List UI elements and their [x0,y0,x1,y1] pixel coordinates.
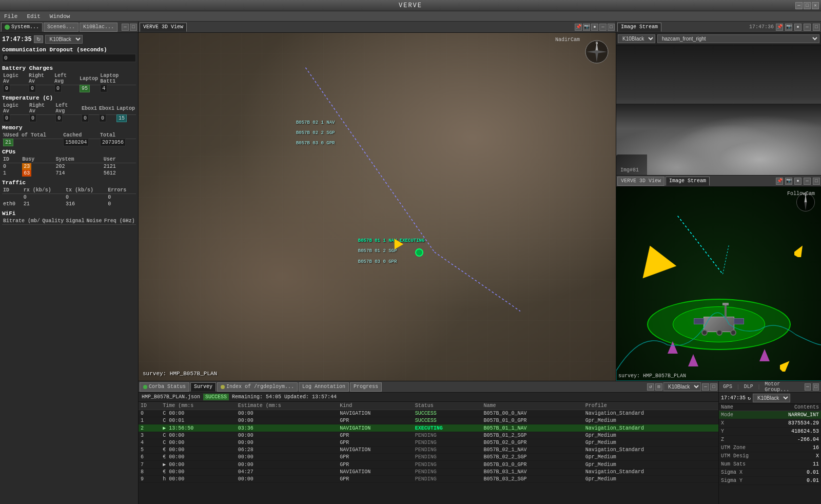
tab-motor[interactable]: Motor Group... [763,381,803,393]
mem-col-1: Cached [62,132,99,139]
cpu-id-0: 0 [2,163,21,170]
refresh-btn[interactable]: ↻ [34,35,43,43]
gps-ctrl-btn[interactable]: □ [813,383,819,391]
plan-row-6[interactable]: 6 € 00:00 00:00 GPR PENDING B057B_02_2_S… [139,454,718,461]
img-cam-select[interactable]: hazcam_front_right [657,34,819,43]
tab-survey-label: Survey [194,384,212,390]
plan-cell-name-8: B057B_03_1_NAV [481,469,583,476]
map-dot-btn[interactable]: ● [591,24,598,31]
gps-timestamp-row: 17:47:35 ↻ K10Black [719,393,821,404]
comm-dropout-header: Communication Dropout (seconds) [2,47,136,53]
plan-col-time: Time (mm:s [161,402,236,410]
gps-rover-select[interactable]: K10Black [753,394,790,402]
maximize-panel-btn[interactable]: □ [130,24,137,31]
plan-cell-name-3: B057B_01_2_SGP [481,432,583,439]
tab-image-stream[interactable]: Image Stream [617,23,661,32]
map-area[interactable]: B057B 02 1 NAV B057B 02 2 SGP B057B 03 0… [139,33,616,381]
bl-ctrl-3[interactable]: ─ [702,383,709,391]
minimize-btn[interactable]: ─ [795,2,803,9]
tab-gps[interactable]: GPS [721,383,734,390]
menu-edit[interactable]: Edit [25,13,42,20]
plan-row-5[interactable]: 5 € 00:00 06:28 NAVIGATION PENDING B057B… [139,447,718,454]
bl-ctrl-2[interactable]: ⊡ [655,383,662,391]
tab-system[interactable]: System... [1,23,43,32]
plan-row-9[interactable]: 9 h 00:00 00:00 GPR PENDING B057B_03_2_S… [139,476,718,483]
img-rover-select[interactable]: K10Black [618,34,655,43]
plan-cell-time-9: h 00:00 [161,476,236,483]
gps-name-2: Y [719,428,768,436]
tab-follow-cam[interactable]: Image Stream [666,177,710,186]
img-pin-btn[interactable]: 📌 [776,24,783,31]
gps-data-container[interactable]: Mode NARROW_INT X 8375534.29 Y 418624.53… [719,411,821,504]
gps-value-6: 11 [768,460,821,469]
plan-row-8[interactable]: 8 € 00:00 04:27 NAVIGATION PENDING B057B… [139,469,718,476]
cpu-col-busy: Busy [21,156,54,163]
terrain-grid [139,33,616,381]
window-controls[interactable]: ─ □ ✕ [795,2,819,9]
maximize-btn[interactable]: □ [804,2,811,9]
plan-cell-status-3: PENDING [413,432,482,439]
menu-file[interactable]: File [2,13,19,20]
tab-index[interactable]: Index of /rgdeploym... [217,382,298,392]
compass-svg: N [584,39,610,65]
gps-refresh-icon[interactable]: ↻ [748,395,751,401]
compass-rose: N [584,39,610,65]
fc-min-btn[interactable]: ─ [804,178,811,185]
bottom-left-controls: ↺ ⊡ [647,383,662,391]
plan-cell-profile-3: Gpr_Medium [583,432,718,439]
bl-ctrl-1[interactable]: ↺ [647,383,654,391]
plan-row-2[interactable]: 2 ▶ 13:56:50 03:36 NAVIGATION EXECUTING … [139,424,718,432]
tmp-col-1: Right Av [28,102,54,115]
tab-dlp[interactable]: DLP [742,383,755,390]
img-cam-btn[interactable]: 📷 [785,24,792,31]
img-min-btn[interactable]: ─ [804,24,811,31]
fc-max-btn[interactable]: □ [813,178,820,185]
plan-row-3[interactable]: 3 C 00:00 00:00 GPR PENDING B057B_01_2_S… [139,432,718,439]
map-label-0: B057B 02 1 NAV [296,120,335,125]
tab-progress[interactable]: Progress [350,382,382,392]
plan-cell-kind-1: GPR [338,417,413,424]
rover-3d-model [703,317,734,332]
gps-row-8: Sigma Y 0.01 [719,477,821,485]
map-cam-btn[interactable]: 📷 [583,24,590,31]
plan-cell-name-4: B057B_02_0_GPR [481,439,583,447]
fc-pin-btn[interactable]: 📌 [776,178,783,185]
map-max-btn[interactable]: □ [608,24,615,31]
map-min-btn[interactable]: ─ [599,24,607,31]
tab-log[interactable]: Log Annotation [299,382,349,392]
plan-row-7[interactable]: 7 ▶ 00:00 00:00 GPR PENDING B057B_03_0_G… [139,461,718,469]
tmp-col-5: Laptop [115,102,136,115]
3d-survey-label: survey: HMP_B057B_PLAN [618,373,686,379]
trf-col-rx: rx (kb/s) [23,187,65,194]
plan-row-0[interactable]: 0 C 00:00 00:00 NAVIGATION SUCCESS B057B… [139,410,718,417]
tab-scene[interactable]: SceneG... [44,23,79,32]
gps-name-0: Mode [719,411,768,419]
img-dot-btn[interactable]: ● [794,24,802,31]
rover-dropdown[interactable]: K10Black [45,35,83,44]
plan-rover-select[interactable]: K10Black [663,382,701,391]
tab-k10[interactable]: K10Blac... [80,23,118,32]
tab-survey[interactable]: Survey [190,382,216,392]
plan-col-id: ID [139,402,161,410]
tmp-col-3: Ebox1 [81,102,98,115]
bl-ctrl-4[interactable]: □ [710,383,717,391]
minimize-panel-btn[interactable]: ─ [122,24,129,31]
plan-cell-id-2: 2 [139,424,161,432]
tab-verve-3d-2[interactable]: VERVE 3D View [617,177,664,186]
tab-corba[interactable]: Corba Status [140,382,189,392]
tab-verve-3d[interactable]: VERVE 3D View [140,23,187,32]
close-btn[interactable]: ✕ [812,2,819,9]
map-pin-btn[interactable]: 📌 [575,24,582,31]
wifi-col-0: Bitrate (mb/ [2,218,41,225]
img-max-btn[interactable]: □ [813,24,820,31]
plan-row-4[interactable]: 4 C 00:00 00:00 GPR PENDING B057B_02_0_G… [139,439,718,447]
panel-controls: ─ □ [122,24,137,31]
memory-table: %Used of Total Cached Total 21 1580204 2… [2,132,136,146]
temp-table: Logic Av Right Av Left Avg Ebox1 Ebox1 L… [2,102,136,122]
gps-max-btn[interactable]: ─ [805,383,811,391]
plan-row-1[interactable]: 1 C 00:01 00:00 GPR SUCCESS B057B_01_0_G… [139,417,718,424]
plan-table-container[interactable]: ID Time (mm:s Estimate (mm:s Kind Status… [139,402,718,504]
fc-cam-btn[interactable]: 📷 [785,178,792,185]
menu-window[interactable]: Window [48,13,72,20]
fc-dot-btn[interactable]: ● [794,178,802,185]
